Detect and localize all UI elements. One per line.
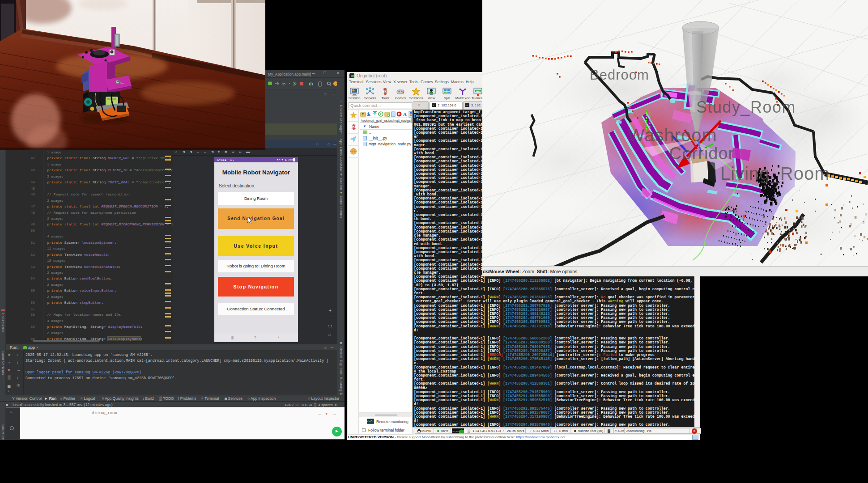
svg-text:Bedroom: Bedroom bbox=[590, 67, 649, 83]
svg-text:Corridor: Corridor bbox=[669, 144, 734, 163]
svg-text:Study_Room: Study_Room bbox=[696, 98, 796, 116]
svg-text:Living_Room: Living_Room bbox=[720, 164, 830, 183]
svg-text:A: A bbox=[403, 111, 407, 117]
svg-text:Washroom: Washroom bbox=[628, 125, 717, 145]
